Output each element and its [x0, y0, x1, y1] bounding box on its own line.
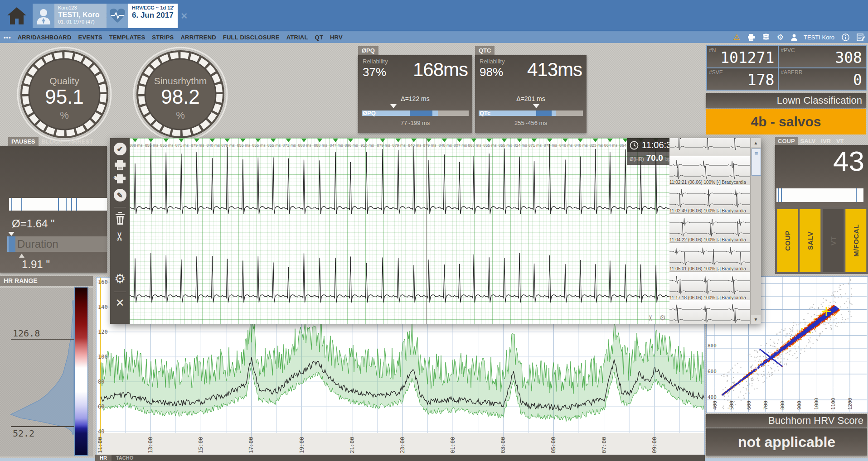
printer-icon[interactable] — [747, 34, 755, 41]
study-tab-close-icon[interactable]: ✕ — [178, 4, 190, 28]
svg-text:855 ms: 855 ms — [237, 143, 251, 148]
edit-icon[interactable]: ✎ — [114, 189, 126, 202]
ecg-strip-area[interactable]: 888 ms855 ms855 ms871 ms879 ms840 ms879 … — [130, 138, 669, 324]
tab-salv[interactable]: SALV — [798, 137, 819, 145]
count-n: #N101271 — [707, 46, 778, 68]
svg-text:13:00: 13:00 — [147, 437, 154, 453]
report-edit-icon[interactable] — [857, 34, 865, 41]
qtc-pointer[interactable] — [533, 104, 539, 108]
warning-icon[interactable]: ⚠ — [733, 33, 740, 42]
lown-title: Lown Classification — [777, 95, 862, 106]
settings-icon[interactable]: ⚙ — [114, 271, 126, 286]
event-thumbnail[interactable]: 11:17:18 (06.06) 100% [-] Bradycardia — [669, 272, 750, 301]
menu-item-atrial[interactable]: ATRIAL — [286, 34, 308, 41]
bar-tick — [58, 198, 59, 211]
info-icon[interactable] — [842, 34, 849, 41]
event-thumbnail[interactable]: 11:02:49 (06.06) 100% [-] Bradycardia — [669, 185, 750, 214]
menu-item-events[interactable]: EVENTS — [78, 34, 102, 41]
confirm-icon[interactable]: ✔ — [114, 143, 126, 155]
event-distribution-bar[interactable] — [776, 188, 863, 202]
logged-in-user[interactable]: TESTI Koro — [804, 34, 834, 41]
ecg-cursor[interactable] — [426, 138, 427, 324]
strip-settings-icon[interactable]: ⚙ — [659, 314, 666, 322]
lown-value[interactable]: 4b - salvos — [706, 109, 866, 134]
thumbnail-caption: 11:05:01 (06.06) 100% [-] Bradycardia — [669, 266, 750, 271]
menu-item-full-disclosure[interactable]: FULL DISCLOSURE — [223, 34, 280, 41]
pq-tab[interactable]: ØPQ — [358, 46, 378, 55]
svg-text:871 ms: 871 ms — [175, 143, 189, 148]
svg-text:864 ms: 864 ms — [604, 143, 618, 148]
event-thumbnail[interactable]: 11:04:22 (06.06) 100% [-] Bradycardia — [669, 214, 750, 243]
pq-slider-label: ØPQ — [363, 110, 376, 116]
close-icon[interactable]: ✕ — [115, 297, 124, 309]
event-button-coup[interactable]: COUP — [777, 209, 798, 272]
svg-text:879 ms: 879 ms — [423, 143, 436, 148]
count-aberr: #ABERR0 — [778, 68, 866, 90]
study-heart-icon — [107, 4, 128, 28]
svg-text:1100: 1100 — [830, 398, 836, 410]
hr-upper-marker[interactable] — [11, 339, 74, 340]
qtc-delta: Δ=201 ms — [475, 95, 587, 102]
hr-lower-marker[interactable] — [11, 426, 74, 427]
qtc-reliability-value: 98% — [480, 65, 503, 79]
trend-tab-tacho[interactable]: TACHO — [112, 455, 138, 461]
tab-block[interactable]: BLOCK — [39, 137, 66, 146]
svg-text:847 ms: 847 ms — [330, 143, 343, 148]
trend-tab-bar: HRTACHO — [95, 455, 705, 461]
tab-arrest[interactable]: ARREST — [66, 137, 96, 146]
event-thumbnail[interactable] — [669, 138, 750, 156]
sinusrhythm-gauge: Sinusrhythm 98.2 % — [132, 46, 228, 142]
print-edit-icon[interactable]: ✎ — [114, 174, 126, 184]
pq-pointer[interactable] — [390, 104, 397, 108]
svg-text:40: 40 — [98, 428, 104, 435]
tab-ivr[interactable]: IVR — [818, 137, 834, 145]
menu-item-templates[interactable]: TEMPLATES — [109, 34, 145, 41]
more-menu-icon[interactable]: ••• — [4, 34, 11, 41]
print-icon[interactable] — [114, 160, 126, 170]
qtc-slider[interactable] — [479, 110, 583, 116]
strip-cut-icon[interactable]: ✂ — [646, 315, 655, 321]
patient-name: TESTI, Koro — [58, 11, 100, 19]
pq-slider[interactable] — [362, 110, 469, 116]
menu-item-hrv[interactable]: HRV — [330, 34, 343, 41]
patient-tab[interactable]: Koro123 TESTI, Koro 01. 01 1970 (47) ✕ — [33, 4, 115, 28]
svg-text:879 ms: 879 ms — [377, 143, 390, 148]
event-thumbnail[interactable]: 11:17:58 (06.06) 100% [-] Bradycardia — [669, 300, 750, 324]
event-thumbnail[interactable]: 11:02:21 (06.06) 100% [-] Bradycardia — [669, 156, 750, 185]
tab-pauses[interactable]: PAUSES — [8, 137, 39, 146]
duration-slider[interactable]: Duration — [7, 236, 107, 252]
event-button-m-focal[interactable]: M/FOCAL — [845, 209, 866, 272]
svg-text:80: 80 — [98, 379, 104, 385]
menu-item-strips[interactable]: STRIPS — [152, 34, 174, 41]
database-icon[interactable] — [762, 34, 770, 41]
trend-tab-hr[interactable]: HR — [95, 455, 112, 461]
ecg-hr-label: Ø(HR) — [630, 156, 644, 162]
gear-icon[interactable]: ⚙ — [777, 33, 784, 42]
thumbnail-scrollbar[interactable]: ▲ ▼ — [750, 138, 761, 324]
event-button-vt[interactable]: VT — [823, 209, 844, 272]
svg-text:879 ms: 879 ms — [221, 143, 235, 148]
pause-max: 1.91 " — [22, 258, 50, 271]
home-button[interactable] — [6, 5, 27, 25]
scrollbar-thumb[interactable] — [752, 149, 761, 176]
pause-duration-bar[interactable] — [9, 198, 107, 211]
duration-slider-handle[interactable] — [7, 236, 15, 252]
cut-icon[interactable]: ✂ — [113, 231, 127, 241]
svg-text:888 ms: 888 ms — [298, 143, 312, 148]
thumbnail-caption: 11:04:22 (06.06) 100% [-] Bradycardia — [669, 237, 750, 242]
qtc-tab[interactable]: QTC — [475, 46, 495, 55]
study-tab[interactable]: HRV/ECG ~ 1d 12' 6. Jun 2017 ✕ — [107, 4, 190, 28]
menu-item-arr-trend[interactable]: ARR/TREND — [180, 34, 216, 41]
tab-coup[interactable]: COUP — [775, 137, 798, 145]
menu-item-qt[interactable]: QT — [315, 34, 323, 41]
scroll-down-icon[interactable]: ▼ — [751, 315, 761, 324]
scroll-up-icon[interactable]: ▲ — [751, 138, 761, 147]
event-thumbnail[interactable]: 11:05:01 (06.06) 100% [-] Bradycardia — [669, 243, 750, 272]
user-icon[interactable] — [791, 34, 797, 41]
menu-item-arr-dashboard[interactable]: ARR/DASHBOARD — [18, 34, 72, 41]
pause-avg: Ø=1.64 " — [12, 217, 55, 230]
gauge-unit: % — [60, 110, 69, 121]
tab-vt[interactable]: VT — [834, 137, 847, 145]
delete-icon[interactable] — [115, 212, 126, 225]
event-button-salv[interactable]: SALV — [800, 209, 820, 272]
